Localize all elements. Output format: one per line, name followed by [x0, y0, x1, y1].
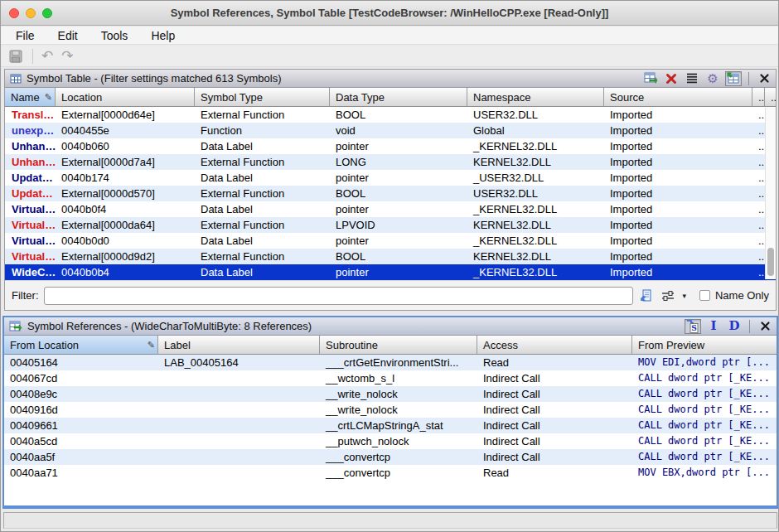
redo-icon[interactable]: ↷ [61, 49, 73, 63]
column-header-label: Subroutine [326, 339, 378, 351]
table-row[interactable]: 0040a5cd__putwch_nolockIndirect CallCALL… [4, 433, 777, 449]
cell-overflow: ... [752, 170, 765, 186]
cell-from-preview: CALL dword ptr [_KE... [632, 370, 777, 386]
menu-file[interactable]: File [16, 29, 35, 42]
table-row[interactable]: Unhan…External[0000d7a4]External Functio… [5, 154, 776, 170]
table-row[interactable]: Virtual…0040b0d0Data Labelpointer_KERNEL… [5, 233, 776, 249]
undo-icon[interactable]: ↶ [41, 49, 53, 63]
column-header-label: From Preview [638, 339, 704, 351]
table-row[interactable]: unexp…0040455eFunctionvoidGlobalImported… [5, 123, 776, 138]
table-row[interactable]: 0040916d__write_nolockIndirect CallCALL … [4, 402, 777, 418]
close-panel-icon[interactable] [757, 319, 773, 334]
column-header-frompreview[interactable]: From Preview [632, 336, 777, 354]
filter-options-dropdown-icon[interactable]: ▾ [682, 292, 686, 300]
column-header-label[interactable]: Label [158, 336, 320, 354]
cell-location: External[0000da64] [56, 217, 195, 233]
cell-from-location: 004067cd [4, 370, 158, 386]
symbol-table-panel: Symbol Table - (Filter settings matched … [4, 69, 777, 311]
cell-data-type: BOOL [330, 249, 467, 264]
table-row[interactable]: 00409661__crtLCMapStringA_statIndirect C… [4, 418, 777, 433]
table-row[interactable]: Virtual…0040b0f4Data Labelpointer_KERNEL… [5, 201, 776, 217]
edit-table-icon[interactable] [725, 71, 742, 86]
column-header-overflow[interactable]: .. [765, 88, 776, 106]
table-row[interactable]: Virtual…External[0000d9d2]External Funct… [5, 249, 776, 264]
cell-symbol-type: Data Label [195, 201, 330, 217]
cell-overflow: ... [752, 249, 765, 264]
cell-name: Updat… [5, 170, 56, 186]
cell-name: Virtual… [5, 249, 56, 264]
cell-data-type: BOOL [330, 186, 467, 201]
scrollbar-thumb[interactable] [767, 248, 774, 276]
cell-name: Transl… [5, 107, 56, 123]
delete-icon[interactable] [663, 71, 680, 86]
cell-namespace: KERNEL32.DLL [467, 217, 604, 233]
close-panel-icon[interactable] [756, 71, 772, 86]
table-row[interactable]: Unhan…0040b060Data Labelpointer_KERNEL32… [5, 138, 776, 154]
symbol-table-titlebar: Symbol Table - (Filter settings matched … [5, 70, 776, 88]
table-row[interactable]: Transl…External[0000d64e]External Functi… [5, 107, 776, 123]
symbol-references-icon [9, 321, 22, 332]
cell-name: unexp… [5, 123, 56, 138]
window-title: Symbol References, Symbol Table [TestCod… [1, 1, 778, 26]
column-header-symboltype[interactable]: Symbol Type [195, 88, 330, 106]
column-header-location[interactable]: Location [56, 88, 195, 106]
save-icon[interactable] [7, 49, 24, 64]
name-only-checkbox[interactable] [699, 290, 710, 301]
table-row[interactable]: 0040aa71___convertcpReadMOV EBX,dword pt… [4, 465, 777, 481]
table-row[interactable]: 00405164LAB_00405164___crtGetEnvironment… [4, 355, 777, 370]
make-selection-icon[interactable] [642, 71, 659, 86]
cell-from-location: 0040a5cd [4, 433, 158, 449]
cell-namespace: Global [467, 123, 604, 138]
filter-options-icon[interactable] [660, 288, 676, 303]
cell-name: Virtual… [5, 217, 56, 233]
column-header-name[interactable]: Name✎ [5, 88, 56, 106]
menu-help[interactable]: Help [151, 29, 175, 42]
instruction-refs-toggle-icon[interactable]: I [705, 319, 722, 334]
menu-tools[interactable]: Tools [101, 29, 128, 42]
cell-subroutine: __write_nolock [320, 386, 477, 402]
column-header-subroutine[interactable]: Subroutine [320, 336, 477, 354]
table-row[interactable]: WideC…0040b0b4Data Labelpointer_KERNEL32… [5, 264, 776, 280]
filter-bar: Filter: ▾ N [5, 280, 776, 310]
cell-overflow: ... [752, 123, 765, 138]
settings-gear-icon[interactable]: ⚙ [704, 71, 721, 86]
cell-symbol-type: External Function [195, 217, 330, 233]
cell-data-type: pointer [330, 170, 467, 186]
cell-symbol-type: External Function [195, 249, 330, 264]
cell-location: External[0000d64e] [56, 107, 195, 123]
cell-location: 0040b0d0 [56, 233, 195, 249]
table-row[interactable]: Virtual…External[0000da64]External Funct… [5, 217, 776, 233]
cell-overflow: ... [752, 264, 765, 280]
clear-filter-icon[interactable] [638, 288, 655, 303]
symbol-references-titlebar: Symbol References - (WideCharToMultiByte… [4, 317, 777, 336]
table-row[interactable]: 0040aa5f___convertcpIndirect CallCALL dw… [4, 449, 777, 465]
column-header-access[interactable]: Access [477, 336, 632, 354]
cell-data-type: pointer [330, 233, 467, 249]
cell-source: Imported [604, 170, 752, 186]
symbol-table-title: Symbol Table - (Filter settings matched … [27, 72, 282, 85]
table-row[interactable]: Updat…0040b174Data Labelpointer_USER32.D… [5, 170, 776, 186]
table-row[interactable]: Updat…External[0000d570]External Functio… [5, 186, 776, 201]
column-header-namespace[interactable]: Namespace [467, 88, 604, 106]
symbol-refs-toggle-icon[interactable]: S [685, 319, 701, 334]
cell-label [158, 465, 320, 481]
data-refs-toggle-icon[interactable]: D [726, 319, 743, 334]
cell-namespace: _KERNEL32.DLL [467, 201, 604, 217]
cell-namespace: USER32.DLL [467, 107, 604, 123]
symbol-table-icon [10, 73, 22, 85]
column-header-fromlocation[interactable]: From Location✎ [4, 336, 158, 354]
table-row[interactable]: 004067cd__wctomb_s_lIndirect CallCALL dw… [4, 370, 777, 386]
cell-name: WideC… [5, 264, 56, 280]
column-header-label: Namespace [473, 91, 530, 104]
column-header-source[interactable]: Source [604, 88, 752, 106]
column-header-datatype[interactable]: Data Type [330, 88, 467, 106]
column-settings-icon[interactable] [684, 71, 700, 86]
column-header-label: From Location [10, 339, 79, 351]
filter-input[interactable] [44, 287, 634, 305]
table-row[interactable]: 00408e9c__write_nolockIndirect CallCALL … [4, 386, 777, 402]
column-header-overflow[interactable]: .. [752, 88, 765, 106]
symbol-table-scrollbar[interactable] [765, 108, 776, 279]
cell-namespace: _USER32.DLL [467, 170, 604, 186]
menu-edit[interactable]: Edit [58, 29, 78, 42]
cell-source: Imported [604, 138, 752, 154]
